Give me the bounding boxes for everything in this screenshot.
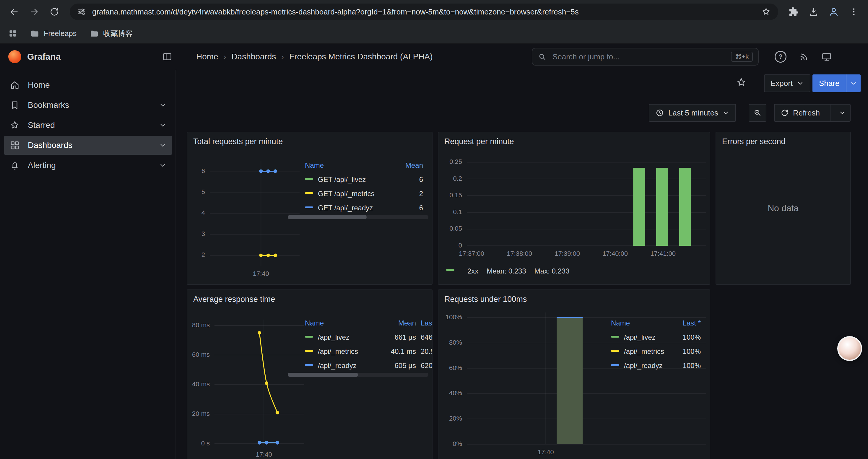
legend-scrollbar[interactable] [288, 373, 428, 377]
errors-per-second-chart: No data [716, 132, 850, 284]
axis-tick-label: 0.25 [438, 158, 462, 166]
axis-tick-label: 0.1 [438, 208, 462, 216]
help-button[interactable]: ? [775, 51, 786, 63]
panel-title[interactable]: Average response time [193, 295, 275, 304]
chevron-down-icon[interactable] [846, 74, 861, 92]
time-range-label: Last 5 minutes [668, 108, 718, 118]
forward-button[interactable] [25, 2, 44, 21]
user-avatar[interactable] [844, 49, 860, 64]
sidebar-item-bookmarks[interactable]: Bookmarks [4, 96, 172, 114]
panel-title[interactable]: Errors per second [722, 137, 785, 146]
collapse-sidebar-button[interactable] [158, 50, 173, 64]
bookmark-folder-freeleaps[interactable]: Freeleaps [30, 29, 76, 38]
favorite-dashboard-button[interactable] [736, 77, 747, 88]
sidebar-item-dashboards[interactable]: Dashboards [4, 136, 172, 155]
breadcrumb-dashboards[interactable]: Dashboards [231, 52, 276, 61]
profile-button[interactable] [824, 2, 843, 21]
apps-grid-icon [8, 29, 17, 38]
breadcrumb-home[interactable]: Home [196, 52, 218, 61]
axis-tick-label: 0 s [187, 439, 210, 447]
zoom-out-button[interactable] [749, 104, 766, 122]
folder-icon [30, 29, 39, 38]
downloads-button[interactable] [804, 2, 823, 21]
grafana-logo[interactable] [8, 50, 21, 63]
axis-tick-label: 80% [438, 339, 462, 347]
panel-left-icon [162, 52, 173, 62]
sidebar-item-home[interactable]: Home [4, 76, 172, 95]
chevron-down-icon[interactable] [159, 141, 167, 149]
back-button[interactable] [5, 2, 24, 21]
brand-title: Grafana [27, 52, 61, 62]
zoom-out-icon [753, 108, 762, 117]
time-range-picker[interactable]: Last 5 minutes [649, 104, 736, 122]
chevron-down-icon[interactable] [159, 121, 167, 129]
star-icon [736, 77, 747, 88]
extensions-button[interactable] [784, 2, 803, 21]
search-box[interactable]: ⌘+k [532, 48, 759, 66]
legend-table[interactable]: NameLast */api/_livez100%/api/_metrics10… [611, 316, 706, 373]
assistant-avatar[interactable] [837, 336, 862, 361]
chart-plot-area [210, 161, 300, 266]
sidebar-item-label: Dashboards [28, 140, 72, 150]
scrollbar-thumb[interactable] [288, 215, 367, 219]
axis-tick-label: 6 [187, 167, 205, 175]
chevron-down-icon[interactable] [835, 104, 850, 121]
bookmark-folder-label: 收藏博客 [103, 29, 133, 38]
chevron-down-icon[interactable] [159, 162, 167, 169]
bookmark-icon [9, 100, 20, 110]
axis-tick-label: 60 ms [187, 351, 210, 359]
panel-title[interactable]: Total requests per minute [193, 137, 283, 146]
browser-menu-button[interactable] [844, 2, 863, 21]
axis-tick-label: 17:40 [519, 448, 572, 456]
kiosk-mode-button[interactable] [821, 52, 832, 62]
news-button[interactable] [799, 52, 809, 62]
legend-table[interactable]: NameMeanLast */api/_livez661 µs646 µs/ap… [305, 316, 433, 373]
chevron-down-icon [722, 109, 730, 117]
bookmark-folder-label: Freeleaps [44, 29, 76, 38]
site-info-icon[interactable] [77, 7, 86, 17]
sidebar-item-label: Bookmarks [28, 100, 69, 110]
panel-title[interactable]: Requests under 100ms [444, 295, 527, 304]
axis-tick-label: 4 [187, 209, 205, 217]
reload-button[interactable] [45, 2, 64, 21]
axis-tick-label: 40 ms [187, 381, 210, 388]
request-per-minute-chart: 2xxMean: 0.233Max: 0.233 00.050.10.150.2… [438, 132, 710, 284]
axis-tick-label: 17:41:00 [637, 250, 689, 258]
legend-scrollbar[interactable] [288, 215, 428, 219]
export-button[interactable]: Export [764, 74, 810, 92]
panel-title[interactable]: Request per minute [444, 137, 514, 146]
refresh-button[interactable]: Refresh [774, 104, 850, 122]
extensions-icon [788, 7, 799, 17]
bookmark-star-icon[interactable] [761, 7, 771, 17]
average-response-time-chart: NameMeanLast */api/_livez661 µs646 µs/ap… [187, 290, 432, 459]
breadcrumb-current[interactable]: Freeleaps Metrics Dashboard (ALPHA) [289, 52, 433, 61]
share-button[interactable]: Share [812, 74, 861, 92]
bell-icon [9, 160, 20, 171]
bookmark-folder-blogs[interactable]: 收藏博客 [90, 29, 133, 38]
axis-tick-label: 17:40 [237, 451, 290, 458]
url-bar[interactable]: grafana.mathmast.com/d/deytv4rwavabkb/fr… [70, 4, 778, 20]
help-icon: ? [775, 51, 786, 63]
apps-grid-button[interactable] [8, 29, 17, 38]
sidebar-item-alerting[interactable]: Alerting [4, 156, 172, 175]
sidebar: Home Bookmarks Starred Dashboards Alerti… [0, 70, 176, 459]
chart-plot-area [215, 320, 304, 447]
button-divider [830, 104, 831, 121]
legend-inline[interactable]: 2xxMean: 0.233Max: 0.233 [446, 267, 569, 275]
search-input[interactable] [551, 52, 726, 62]
legend-table[interactable]: NameMeanGET /api/_livez6GET /api/_metric… [305, 158, 428, 215]
scrollbar-thumb[interactable] [288, 373, 358, 377]
axis-tick-label: 17:39:00 [541, 250, 594, 258]
axis-tick-label: 60% [438, 364, 462, 372]
chevron-down-icon[interactable] [159, 101, 167, 109]
breadcrumb-separator: › [224, 52, 226, 61]
axis-tick-label: 17:37:00 [445, 250, 498, 258]
breadcrumb: Home › Dashboards › Freeleaps Metrics Da… [196, 44, 433, 70]
axis-tick-label: 100% [438, 314, 462, 321]
sidebar-item-starred[interactable]: Starred [4, 116, 172, 135]
panel-request-per-minute: Request per minute 2xxMean: 0.233Max: 0.… [438, 132, 710, 285]
home-icon [9, 80, 20, 90]
axis-tick-label: 0.2 [438, 175, 462, 183]
axis-tick-label: 80 ms [187, 321, 210, 329]
sidebar-item-label: Home [28, 80, 50, 90]
